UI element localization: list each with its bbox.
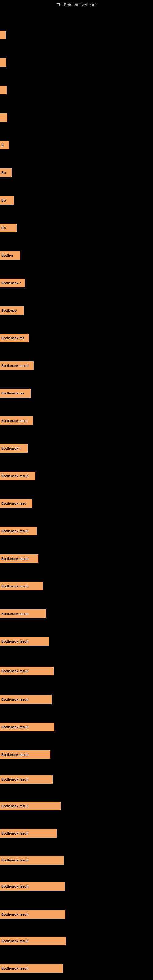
bar-fill: Bottleneck result bbox=[0, 775, 53, 784]
bar-item: Bottleneck result bbox=[0, 937, 66, 945]
bar-fill: Bottleneck result bbox=[0, 361, 33, 370]
bar-label: Bottleneck result bbox=[1, 474, 29, 478]
bar-label: Bottleneck result bbox=[1, 669, 29, 673]
bar-item: Bo bbox=[0, 224, 16, 232]
bar-label: Bottleneck r bbox=[1, 281, 21, 285]
bar-fill: Bottleneck res bbox=[0, 389, 30, 398]
bar-label: Bottleneck r bbox=[1, 447, 21, 450]
bar-fill: Bottleneck result bbox=[0, 937, 66, 945]
bar-item: Bottleneck result bbox=[0, 637, 49, 646]
bar-fill: B bbox=[0, 141, 9, 150]
bar-item: Bottleneck res bbox=[0, 389, 30, 398]
bar-fill: Bo bbox=[0, 224, 16, 232]
bar-item: Bottleneck result bbox=[0, 964, 63, 973]
bar-label: Bottleneck result bbox=[1, 557, 29, 560]
bar-fill: Bottleneck result bbox=[0, 609, 46, 618]
bar-fill: Bottleneck result bbox=[0, 527, 37, 535]
bar-fill: Bottleneck resu bbox=[0, 499, 32, 508]
bar-label: Bottleneck result bbox=[1, 725, 29, 729]
bar-item: Bottleneck result bbox=[0, 609, 46, 618]
bar-label: Bottleneck result bbox=[1, 939, 29, 943]
bar-item: Bottleneck result bbox=[0, 527, 37, 535]
bar-fill bbox=[0, 30, 5, 39]
bar-label: Bottleneck result bbox=[1, 804, 29, 808]
bar-fill: Bottleneck result bbox=[0, 802, 61, 810]
bar-item: Bottleneck result bbox=[0, 750, 51, 759]
bar-item: Bottleneck result bbox=[0, 775, 53, 784]
bar-label: Bottleneck result bbox=[1, 858, 29, 862]
bar-item: Bottleneck r bbox=[0, 444, 27, 453]
bar-fill: Bottleneck result bbox=[0, 829, 57, 838]
bar-label: Bottleneck result bbox=[1, 885, 29, 888]
bar-item bbox=[0, 30, 5, 39]
bar-fill: Bottleneck resul bbox=[0, 417, 33, 425]
bar-label: Bottleneck result bbox=[1, 612, 29, 616]
bar-fill: Bottleneck result bbox=[0, 472, 35, 480]
bar-fill: Bottleneck result bbox=[0, 750, 51, 759]
bar-label: Bottleneck result bbox=[1, 529, 29, 533]
bar-item: Bottleneck result bbox=[0, 723, 54, 731]
bar-item: Bottleneck result bbox=[0, 582, 43, 590]
bar-item: Bottleneck result bbox=[0, 882, 65, 891]
bar-fill: Bottleneck result bbox=[0, 882, 65, 891]
bar-label: Bottleneck resu bbox=[1, 502, 27, 505]
bar-fill bbox=[0, 58, 6, 67]
bar-item: Bottleneck result bbox=[0, 361, 33, 370]
bar-label: Bottleneck result bbox=[1, 832, 29, 835]
bar-item: Bottleneck result bbox=[0, 856, 64, 865]
bar-item bbox=[0, 86, 7, 94]
bar-label: Bottleneck result bbox=[1, 967, 29, 970]
bar-fill: Bo bbox=[0, 169, 12, 177]
bar-fill: Bottleneck result bbox=[0, 554, 38, 563]
bar-label: Bottleneck res bbox=[1, 336, 24, 340]
bar-item: Bottleneck result bbox=[0, 667, 54, 675]
bar-fill: Bottlenec bbox=[0, 306, 24, 315]
bar-fill: Bottleneck result bbox=[0, 723, 54, 731]
bar-fill: Bottleneck result bbox=[0, 856, 64, 865]
bar-label: Bottleneck resul bbox=[1, 419, 27, 423]
bar-item: Bottleneck result bbox=[0, 910, 65, 919]
bar-fill: Bottleneck r bbox=[0, 444, 27, 453]
bar-item: Bottleneck resu bbox=[0, 499, 32, 508]
bar-label: Bo bbox=[1, 171, 6, 175]
bar-fill bbox=[0, 86, 7, 94]
bar-label: Bottleneck res bbox=[1, 391, 24, 395]
bar-label: Bottlenec bbox=[1, 309, 16, 312]
bar-fill: Bottleneck result bbox=[0, 667, 54, 675]
bar-item: Bottlen bbox=[0, 251, 20, 260]
bar-label: Bottleneck result bbox=[1, 913, 29, 916]
site-title: TheBottlenecker.com bbox=[0, 0, 153, 9]
bar-fill: Bottleneck result bbox=[0, 910, 65, 919]
bar-item: Bottlenec bbox=[0, 306, 24, 315]
bar-item bbox=[0, 58, 6, 67]
bar-fill: Bottleneck result bbox=[0, 695, 52, 704]
bar-item bbox=[0, 113, 7, 122]
bar-label: Bottleneck result bbox=[1, 364, 29, 368]
bar-item: Bottleneck result bbox=[0, 472, 35, 480]
bar-fill: Bottleneck result bbox=[0, 582, 43, 590]
bar-label: Bottleneck result bbox=[1, 640, 29, 643]
bar-item: Bottleneck result bbox=[0, 829, 57, 838]
bar-item: B bbox=[0, 141, 9, 150]
bar-label: B bbox=[1, 143, 4, 147]
bar-fill bbox=[0, 113, 7, 122]
bar-label: Bottleneck result bbox=[1, 778, 29, 781]
bar-label: Bo bbox=[1, 226, 6, 230]
bar-fill: Bo bbox=[0, 196, 14, 205]
bar-fill: Bottleneck result bbox=[0, 637, 49, 646]
bar-fill: Bottlen bbox=[0, 251, 20, 260]
bar-item: Bottleneck result bbox=[0, 695, 52, 704]
bar-item: Bo bbox=[0, 169, 12, 177]
bar-item: Bottleneck result bbox=[0, 802, 61, 810]
bar-item: Bottleneck result bbox=[0, 554, 38, 563]
bar-label: Bottleneck result bbox=[1, 584, 29, 588]
bar-label: Bo bbox=[1, 199, 6, 202]
bar-item: Bo bbox=[0, 196, 14, 205]
bar-fill: Bottleneck r bbox=[0, 279, 25, 287]
bar-fill: Bottleneck res bbox=[0, 334, 29, 342]
bar-item: Bottleneck r bbox=[0, 279, 25, 287]
bar-fill: Bottleneck result bbox=[0, 964, 63, 973]
bar-item: Bottleneck res bbox=[0, 334, 29, 342]
bar-label: Bottleneck result bbox=[1, 698, 29, 701]
bar-item: Bottleneck resul bbox=[0, 417, 33, 425]
